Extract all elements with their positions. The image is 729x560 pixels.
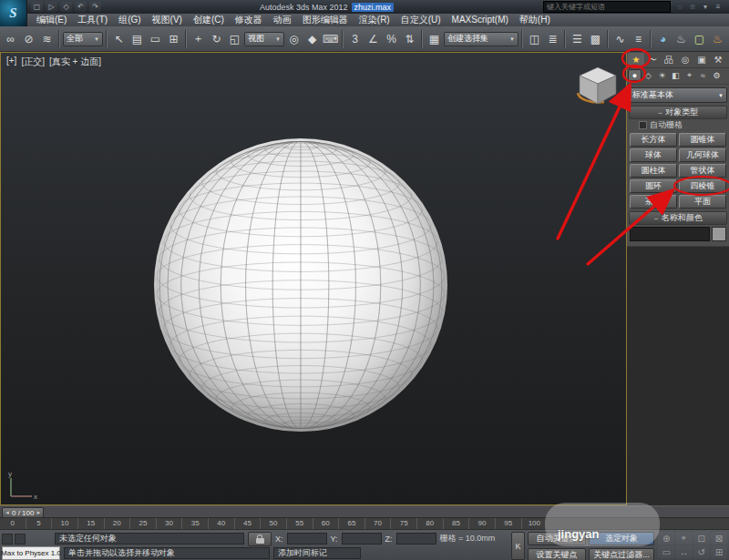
maxscript-mini-listener[interactable]: [0, 533, 51, 545]
z-coordinate-input[interactable]: [396, 533, 436, 545]
redo-icon[interactable]: ↷: [89, 2, 101, 12]
curve-editor-icon[interactable]: ∿: [611, 29, 629, 49]
pan-icon[interactable]: ↔: [675, 545, 692, 558]
snap-toggle-icon[interactable]: 3: [346, 29, 364, 49]
selection-filter-dropdown[interactable]: 全部▼: [63, 32, 103, 46]
menu-item[interactable]: 修改器: [230, 14, 268, 26]
spinner-snap-icon[interactable]: ⇅: [401, 29, 418, 49]
menu-item[interactable]: 自定义(U): [395, 14, 447, 26]
mirror-icon[interactable]: ◫: [526, 29, 543, 49]
angle-snap-icon[interactable]: ∠: [364, 29, 382, 49]
dropdown-caret-icon[interactable]: ▾: [700, 2, 711, 12]
modify-tab[interactable]: 〜: [644, 53, 661, 66]
rendered-frame-icon[interactable]: ▢: [691, 29, 708, 49]
spacewarps-button[interactable]: ≈: [696, 69, 710, 81]
star-icon[interactable]: ☆: [687, 2, 698, 12]
viewport-general-menu[interactable]: [+]: [6, 56, 16, 68]
menu-item[interactable]: 组(G): [113, 14, 146, 26]
render-production-icon[interactable]: ♨: [709, 29, 726, 49]
plugin-button[interactable]: Max to Physex 1.0: [2, 546, 60, 560]
viewcube[interactable]: [575, 64, 621, 107]
menu-item[interactable]: 工具(T): [72, 14, 113, 26]
key-filters-button[interactable]: 关键点过滤器...: [589, 548, 654, 560]
shapes-button[interactable]: ◇: [642, 69, 655, 81]
motion-tab[interactable]: ◎: [677, 53, 693, 66]
select-scale-icon[interactable]: ◱: [226, 29, 243, 49]
x-coordinate-input[interactable]: [287, 533, 327, 545]
previous-frame-icon[interactable]: ◄: [5, 510, 10, 515]
create-tab[interactable]: ★: [628, 53, 644, 66]
zoom-all-icon[interactable]: ⌖: [675, 532, 692, 545]
select-by-name-icon[interactable]: ▤: [128, 29, 146, 49]
viewport-pov-menu[interactable]: [正交]: [21, 56, 45, 68]
helpers-button[interactable]: ⌖: [683, 69, 696, 81]
schematic-view-icon[interactable]: ≡: [630, 29, 647, 49]
select-rotate-icon[interactable]: ↻: [208, 29, 225, 49]
set-keys-button[interactable]: K: [511, 532, 525, 560]
sphere-button[interactable]: 球体: [630, 148, 677, 162]
selected-filter-dropdown[interactable]: 选定对象: [589, 532, 654, 545]
selection-lock-toggle[interactable]: [248, 532, 272, 546]
object-name-input[interactable]: [630, 227, 710, 241]
search-input[interactable]: [543, 1, 671, 13]
menu-overflow-icon[interactable]: ≡: [713, 2, 724, 12]
layer-manager-icon[interactable]: ☰: [569, 29, 586, 49]
object-color-swatch[interactable]: [712, 227, 726, 241]
time-slider-handle[interactable]: ◄ 0 / 100 ►: [2, 507, 44, 518]
geosphere-button[interactable]: 几何球体: [679, 148, 726, 162]
percent-snap-icon[interactable]: %: [383, 29, 400, 49]
plane-button[interactable]: 平面: [679, 195, 726, 209]
autogrid-checkbox[interactable]: [639, 121, 647, 129]
category-dropdown[interactable]: 标准基本体 ▼: [629, 87, 727, 103]
use-pivot-center-icon[interactable]: ◎: [285, 29, 303, 49]
teapot-button[interactable]: 茶壶: [630, 195, 677, 209]
menu-item[interactable]: 动画: [268, 14, 297, 26]
select-move-icon[interactable]: ＋: [190, 29, 207, 49]
set-key-button[interactable]: 设置关键点: [528, 548, 586, 560]
edit-named-sets-icon[interactable]: ▦: [426, 29, 443, 49]
align-icon[interactable]: ≣: [544, 29, 561, 49]
named-selection-sets-dropdown[interactable]: 创建选择集▼: [444, 32, 519, 46]
geometry-button[interactable]: ●: [628, 69, 642, 81]
maximize-viewport-icon[interactable]: ⊞: [711, 545, 727, 558]
undo-icon[interactable]: ↶: [75, 2, 87, 12]
zoom-icon[interactable]: ⊕: [658, 532, 674, 545]
menu-item[interactable]: 编辑(E): [31, 14, 72, 26]
open-file-icon[interactable]: ▷: [46, 2, 57, 12]
window-crossing-icon[interactable]: ⊞: [165, 29, 182, 49]
select-and-link-icon[interactable]: ∞: [2, 29, 19, 49]
auto-key-button[interactable]: 自动关键点: [528, 532, 586, 545]
rollout-name-color[interactable]: − 名称和颜色: [629, 211, 727, 225]
menu-item[interactable]: 帮助(H): [514, 14, 556, 26]
lights-button[interactable]: ☀: [655, 69, 669, 81]
box-button[interactable]: 长方体: [630, 133, 677, 147]
zoom-extents-all-icon[interactable]: ⊠: [711, 532, 727, 545]
menu-item[interactable]: 视图(V): [147, 14, 188, 26]
rollout-object-type[interactable]: − 对象类型: [629, 106, 727, 119]
select-object-icon[interactable]: ↖: [110, 29, 128, 49]
torus-button[interactable]: 圆环: [630, 179, 677, 193]
next-frame-icon[interactable]: ►: [36, 510, 41, 515]
cone-button[interactable]: 圆锥体: [679, 133, 726, 147]
hierarchy-tab[interactable]: 品: [661, 53, 677, 66]
bind-to-spacewarp-icon[interactable]: ≋: [38, 29, 56, 49]
cameras-button[interactable]: ◧: [669, 69, 683, 81]
menu-item[interactable]: 渲染(R): [354, 14, 395, 26]
menu-item[interactable]: 图形编辑器: [297, 14, 354, 26]
graphite-ribbon-icon[interactable]: ▩: [587, 29, 604, 49]
sphere-object[interactable]: [154, 138, 447, 432]
unlink-selection-icon[interactable]: ⊘: [20, 29, 37, 49]
menu-item[interactable]: 创建(C): [188, 14, 230, 26]
reference-coordinate-dropdown[interactable]: 视图▼: [244, 32, 284, 46]
search-icon[interactable]: ◌: [674, 2, 685, 12]
tube-button[interactable]: 管状体: [679, 164, 726, 178]
utilities-tab[interactable]: ⚒: [710, 53, 726, 66]
cylinder-button[interactable]: 圆柱体: [630, 164, 677, 178]
new-file-icon[interactable]: ▢: [31, 2, 43, 12]
app-logo[interactable]: S: [0, 0, 27, 26]
display-tab[interactable]: ▣: [693, 53, 710, 66]
viewport-shading-menu[interactable]: [真实 + 边面]: [49, 56, 101, 68]
select-manipulate-icon[interactable]: ◆: [303, 29, 321, 49]
menu-item[interactable]: MAXScript(M): [447, 14, 514, 26]
y-coordinate-input[interactable]: [342, 533, 382, 545]
